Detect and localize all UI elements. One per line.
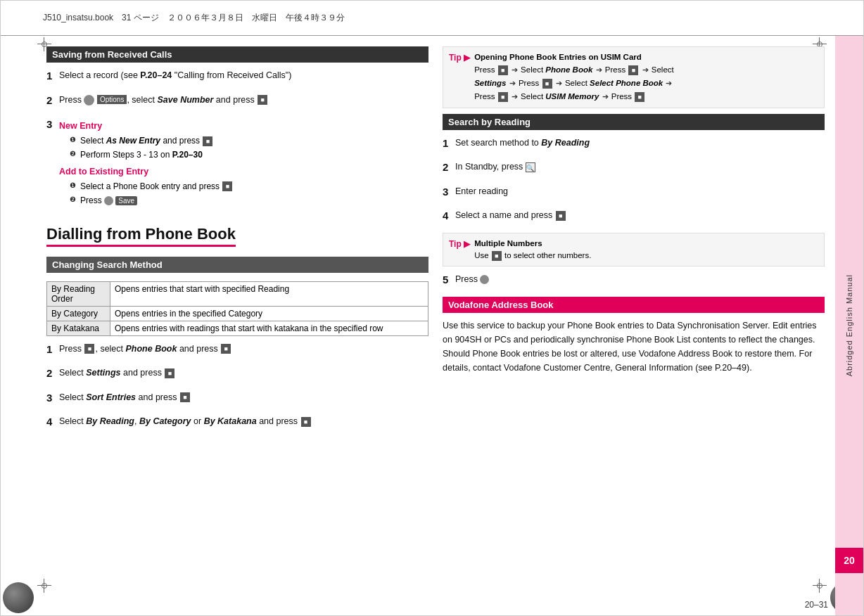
right-sidebar: 20 Abridged English Manual xyxy=(835,36,863,615)
saving-section-header: Saving from Received Calls xyxy=(46,46,428,63)
add-existing-sub2-text: Press Save xyxy=(80,194,137,207)
search-step-2: 2 In Standby, press 🔍 xyxy=(443,160,825,176)
step-number-1: 1 xyxy=(46,68,56,84)
add-existing-sub2: ❷ Press Save xyxy=(70,194,233,207)
new-entry-heading: New Entry xyxy=(59,120,233,133)
changing-step-num-2: 2 xyxy=(46,366,56,382)
saving-step-3: 3 New Entry ❶ Select As New Entry and pr… xyxy=(46,117,428,207)
search-step-num-1: 1 xyxy=(443,136,452,152)
step-number-2: 2 xyxy=(46,93,56,109)
search-step-5-text: Press xyxy=(455,272,489,288)
search-method-table: By Reading Order Opens entries that star… xyxy=(46,281,428,336)
saving-step-2: 2 Press Options, select Save Number and … xyxy=(46,93,428,109)
changing-section-header: Changing Search Method xyxy=(46,257,428,273)
tip-box-usim: Tip ▶ Opening Phone Book Entries on USIM… xyxy=(443,46,825,108)
search-step-3: 3 Enter reading xyxy=(443,184,825,200)
changing-step-2: 2 Select Settings and press ■ xyxy=(46,366,428,382)
tip-usim-text: Press ■ ➔ Select Phone Book ➔ Press ■ ➔ … xyxy=(474,63,674,103)
sidebar-page-number: 20 xyxy=(844,555,855,566)
page-outer: J510_insatsu.book 31 ページ ２００６年３月８日 水曜日 午… xyxy=(0,0,864,616)
tip-usim-label: Tip ▶ xyxy=(449,51,470,64)
saving-section-title: Saving from Received Calls xyxy=(52,49,172,60)
new-entry-sub1: ❶ Select As New Entry and press ■ xyxy=(70,134,233,147)
changing-step-4: 4 Select By Reading, By Category or By K… xyxy=(46,414,428,430)
top-bar: J510_insatsu.book 31 ページ ２００６年３月８日 水曜日 午… xyxy=(1,1,863,36)
table-row-katakana: By Katakana Opens entries with readings … xyxy=(47,321,428,335)
search-step-2-text: In Standby, press 🔍 xyxy=(455,160,535,176)
search-step-1-text: Set search method to By Reading xyxy=(455,136,590,152)
vodafone-section-text: Use this service to backup your Phone Bo… xyxy=(443,319,825,375)
saving-step-2-text: Press Options, select Save Number and pr… xyxy=(59,93,268,109)
table-cell-category-desc: Opens entries in the specified Category xyxy=(110,306,428,321)
changing-step-1-text: Press ■, select Phone Book and press ■ xyxy=(59,342,231,358)
table-cell-katakana-name: By Katakana xyxy=(47,321,110,335)
corner-circle-bl xyxy=(3,582,34,613)
corner-decoration-bl xyxy=(1,580,36,615)
vodafone-section-header: Vodafone Address Book xyxy=(443,297,825,313)
changing-step-2-text: Select Settings and press ■ xyxy=(59,366,175,382)
changing-step-num-1: 1 xyxy=(46,342,56,358)
content-area: Saving from Received Calls 1 Select a re… xyxy=(36,36,835,594)
search-section-header: Search by Reading xyxy=(443,114,825,130)
search-step-num-4: 4 xyxy=(443,208,452,224)
add-existing-sub1-text: Select a Phone Book entry and press ■ xyxy=(80,180,233,193)
saving-step-1: 1 Select a record (see P.20–24 "Calling … xyxy=(46,68,428,84)
table-row-category: By Category Opens entries in the specifi… xyxy=(47,306,428,321)
new-entry-sub2-text: Perform Steps 3 - 13 on P.20–30 xyxy=(80,148,203,161)
search-step-num-2: 2 xyxy=(443,160,452,176)
new-entry-sub1-text: Select As New Entry and press ■ xyxy=(80,134,213,147)
saving-step-1-text: Select a record (see P.20–24 "Calling fr… xyxy=(59,68,291,84)
search-section-title: Search by Reading xyxy=(448,117,531,127)
changing-step-1: 1 Press ■, select Phone Book and press ■ xyxy=(46,342,428,358)
tip-usim-title: Opening Phone Book Entries on USIM Card xyxy=(474,51,674,63)
search-step-num-5: 5 xyxy=(443,272,452,288)
page-number-bottom: 20–31 xyxy=(805,600,828,610)
table-cell-katakana-desc: Opens entries with readings that start w… xyxy=(110,321,428,335)
tip-multiple-text: Use ■ to select other numbers. xyxy=(474,250,591,262)
new-entry-sub2: ❷ Perform Steps 3 - 13 on P.20–30 xyxy=(70,148,233,161)
changing-step-4-text: Select By Reading, By Category or By Kat… xyxy=(59,414,312,430)
step-number-3: 3 xyxy=(46,117,56,207)
vodafone-section-title: Vodafone Address Book xyxy=(448,300,554,310)
table-row-reading: By Reading Order Opens entries that star… xyxy=(47,281,428,306)
search-step-3-text: Enter reading xyxy=(455,184,508,200)
table-cell-reading-desc: Opens entries that start with specified … xyxy=(110,281,428,306)
sidebar-label: Abridged English Manual xyxy=(845,274,853,376)
table-cell-reading-name: By Reading Order xyxy=(47,281,110,306)
tip-multiple-title: Multiple Numbers xyxy=(474,238,591,250)
add-existing-sub1: ❶ Select a Phone Book entry and press ■ xyxy=(70,180,233,193)
page-number-badge: 20 xyxy=(835,548,863,573)
search-step-1: 1 Set search method to By Reading xyxy=(443,136,825,152)
header-text: J510_insatsu.book 31 ページ ２００６年３月８日 水曜日 午… xyxy=(43,12,345,24)
search-step-4-text: Select a name and press ■ xyxy=(455,208,566,224)
changing-step-3: 3 Select Sort Entries and press ■ xyxy=(46,390,428,406)
tip-multiple-label: Tip ▶ xyxy=(449,238,470,250)
changing-step-num-3: 3 xyxy=(46,390,56,406)
right-column: Tip ▶ Opening Phone Book Entries on USIM… xyxy=(443,46,825,587)
left-column: Saving from Received Calls 1 Select a re… xyxy=(46,46,428,587)
table-cell-category-name: By Category xyxy=(47,306,110,321)
add-existing-heading: Add to Existing Entry xyxy=(59,165,233,179)
search-step-5: 5 Press xyxy=(443,272,825,288)
changing-section-title: Changing Search Method xyxy=(52,259,163,270)
dialling-title: Dialling from Phone Book xyxy=(46,225,236,247)
tip-box-multiple: Tip ▶ Multiple Numbers Use ■ to select o… xyxy=(443,233,825,267)
changing-step-3-text: Select Sort Entries and press ■ xyxy=(59,390,191,406)
search-step-4: 4 Select a name and press ■ xyxy=(443,208,825,224)
search-step-num-3: 3 xyxy=(443,184,452,200)
changing-step-num-4: 4 xyxy=(46,414,56,430)
